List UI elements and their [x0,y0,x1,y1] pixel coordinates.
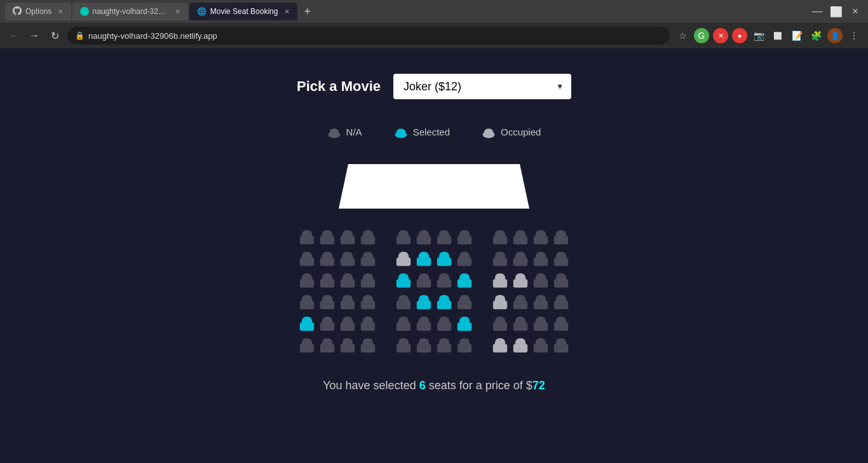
seat-0-2[interactable] [339,228,356,245]
address-bar[interactable]: 🔒 naughty-volhard-32906b.netlify.app [67,27,670,45]
seat-0-0[interactable] [298,228,316,245]
svg-rect-23 [417,258,431,266]
seat-1-7[interactable] [435,249,453,267]
seat-2-5[interactable] [395,271,412,289]
seat-3-8[interactable] [456,293,473,310]
seat-4-6[interactable] [415,314,433,332]
seat-0-8[interactable] [456,228,473,245]
seat-3-13[interactable] [552,293,570,310]
seat-5-0[interactable] [298,336,316,354]
seat-0-7[interactable] [435,228,453,245]
seat-2-0[interactable] [298,271,316,289]
back-button[interactable]: ← [6,28,22,43]
seat-4-8[interactable] [456,314,473,332]
tab-netlify-close[interactable]: × [175,6,180,17]
svg-rect-20 [341,258,355,266]
bookmark-icon[interactable]: ☆ [675,28,690,43]
seat-5-12[interactable] [532,336,550,354]
seat-1-1[interactable] [318,249,336,267]
seat-4-7[interactable] [435,314,453,332]
svg-rect-47 [417,301,431,309]
seat-0-10[interactable] [491,228,509,245]
seat-0-5[interactable] [395,228,412,245]
svg-rect-40 [534,279,548,287]
svg-rect-65 [554,322,568,331]
seat-1-10[interactable] [491,249,509,267]
seat-1-6[interactable] [415,249,433,267]
notes-icon[interactable]: 📝 [789,28,804,43]
seat-2-13[interactable] [552,271,570,289]
seat-0-13[interactable] [552,228,570,245]
seat-3-12[interactable] [532,293,550,310]
page-content: Pick a Movie Avengers: Endgame ($10) Jok… [0,48,868,460]
tab-movie[interactable]: 🌐 Movie Seat Booking × [189,3,297,20]
seat-5-13[interactable] [552,336,570,354]
seat-1-11[interactable] [512,249,529,267]
seat-0-3[interactable] [359,228,377,245]
seat-row-5 [298,336,570,354]
screenshot-icon[interactable]: 📷 [751,28,766,43]
forward-button[interactable]: → [27,28,42,43]
seat-3-5[interactable] [395,293,412,310]
movie-select[interactable]: Avengers: Endgame ($10) Joker ($12) Toy … [393,74,571,99]
seat-4-10[interactable] [491,314,509,332]
reload-button[interactable]: ↻ [47,28,62,43]
seat-2-12[interactable] [532,271,550,289]
lastpass-icon[interactable]: ● [732,28,747,43]
seat-1-12[interactable] [532,249,550,267]
svg-rect-41 [554,279,568,287]
minimize-button[interactable]: — [810,4,825,19]
seat-0-1[interactable] [318,228,336,245]
seat-3-0[interactable] [298,293,316,310]
seat-3-11[interactable] [512,293,529,310]
seat-5-2[interactable] [339,336,356,354]
seat-4-2[interactable] [339,314,356,332]
seat-3-6[interactable] [415,293,433,310]
menu-button[interactable]: ⋮ [846,28,862,43]
split-icon[interactable]: ⬜ [770,28,785,43]
tab-movie-close[interactable]: × [284,6,289,17]
seat-2-1[interactable] [318,271,336,289]
user-avatar[interactable]: 👤 [827,28,843,43]
seat-0-12[interactable] [532,228,550,245]
seat-4-1[interactable] [318,314,336,332]
seat-0-6[interactable] [415,228,433,245]
close-window-button[interactable]: × [848,4,863,19]
seat-2-2[interactable] [339,271,356,289]
tab-github[interactable]: Options × [5,3,71,20]
extensions-icon[interactable]: 🧩 [808,28,824,43]
seat-3-7[interactable] [435,293,453,310]
seat-5-8[interactable] [456,336,473,354]
maximize-button[interactable]: ⬜ [829,4,844,19]
seat-5-1[interactable] [318,336,336,354]
grammarly-icon[interactable]: G [694,28,709,43]
seat-2-6[interactable] [415,271,433,289]
seat-4-3[interactable] [359,314,377,332]
tab-netlify[interactable]: naughty-volhard-32906b | Site o... × [72,3,188,20]
seat-3-3[interactable] [359,293,377,310]
seat-4-5[interactable] [395,314,412,332]
seat-3-1[interactable] [318,293,336,310]
seat-5-5[interactable] [395,336,412,354]
seat-2-7[interactable] [435,271,453,289]
seat-1-8[interactable] [456,249,473,267]
new-tab-button[interactable]: + [299,3,316,20]
adblock-icon[interactable]: ✕ [713,28,728,43]
seat-5-7[interactable] [435,336,453,354]
seat-4-11[interactable] [512,314,529,332]
seat-5-3[interactable] [359,336,377,354]
seat-2-10 [491,271,509,289]
seat-2-8[interactable] [456,271,473,289]
seat-1-0[interactable] [298,249,316,267]
seat-4-12[interactable] [532,314,550,332]
seat-1-13[interactable] [552,249,570,267]
tab-github-close[interactable]: × [58,6,63,17]
seat-3-2[interactable] [339,293,356,310]
seat-2-3[interactable] [359,271,377,289]
seat-5-6[interactable] [415,336,433,354]
seat-1-2[interactable] [339,249,356,267]
seat-4-13[interactable] [552,314,570,332]
seat-1-3[interactable] [359,249,377,267]
seat-4-0[interactable] [298,314,316,332]
seat-0-11[interactable] [512,228,529,245]
